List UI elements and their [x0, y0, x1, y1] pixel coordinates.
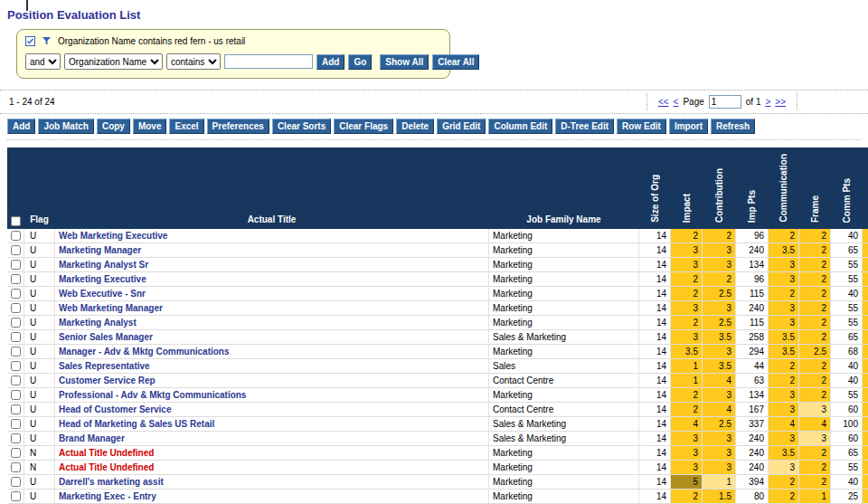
- toolbar-button-move[interactable]: Move: [133, 119, 167, 134]
- row-checkbox[interactable]: [11, 448, 21, 458]
- toolbar-button-delete[interactable]: Delete: [396, 119, 434, 134]
- imp-pts-cell: 134: [736, 258, 769, 272]
- row-checkbox[interactable]: [11, 245, 21, 255]
- toolbar-button-column-edit[interactable]: Column Edit: [488, 119, 552, 134]
- toolbar-button-row-edit[interactable]: Row Edit: [617, 119, 666, 134]
- job-family-cell: Marketing: [489, 229, 639, 243]
- prev-page-link[interactable]: <: [674, 97, 679, 107]
- toolbar-button-clear-sorts[interactable]: Clear Sorts: [272, 119, 331, 134]
- col-header-imp-pts[interactable]: Imp Pts: [736, 148, 769, 229]
- col-header-job-family-name[interactable]: Job Family Name: [489, 148, 639, 229]
- row-checkbox[interactable]: [11, 332, 21, 342]
- toolbar-button-add[interactable]: Add: [7, 119, 35, 134]
- actual-title-cell: Web Marketing Manager: [55, 301, 489, 316]
- row-checkbox[interactable]: [11, 347, 21, 357]
- toolbar-button-import[interactable]: Import: [669, 119, 708, 134]
- toolbar-button-excel[interactable]: Excel: [169, 119, 203, 134]
- table-row: UBrand ManagerSales & Marketing143324033…: [8, 432, 868, 446]
- row-checkbox[interactable]: [11, 433, 21, 443]
- toolbar-button-copy[interactable]: Copy: [97, 119, 130, 134]
- imp-pts-cell: 96: [736, 229, 769, 243]
- row-checkbox-cell: [8, 258, 24, 272]
- size-of-org-cell: 14: [639, 316, 671, 330]
- page-label: Page: [683, 97, 703, 107]
- show-all-button[interactable]: Show All: [380, 54, 429, 70]
- toolbar-button-clear-flags[interactable]: Clear Flags: [334, 119, 393, 134]
- comm-pts-cell: 65: [831, 446, 863, 461]
- size-of-org-cell: 14: [639, 461, 671, 475]
- go-button[interactable]: Go: [348, 54, 372, 70]
- contribution-cell: 2.5: [703, 316, 736, 330]
- flag-cell: U: [24, 258, 55, 272]
- job-family-cell: Marketing: [489, 258, 639, 272]
- communication-cell: 3.5: [769, 345, 799, 359]
- clipped-column-cell: [863, 417, 868, 432]
- next-page-link[interactable]: >: [765, 97, 770, 107]
- contribution-cell: 3: [703, 461, 736, 475]
- imp-pts-cell: 115: [736, 287, 769, 301]
- row-checkbox[interactable]: [11, 303, 21, 313]
- toolbar-button-refresh[interactable]: Refresh: [711, 119, 755, 134]
- row-checkbox[interactable]: [11, 491, 21, 501]
- contribution-cell: 3: [703, 258, 736, 272]
- row-checkbox[interactable]: [11, 462, 21, 472]
- row-checkbox-cell: [8, 446, 24, 461]
- last-page-link[interactable]: >>: [775, 97, 786, 107]
- operator-select[interactable]: contains: [166, 53, 221, 70]
- row-checkbox[interactable]: [11, 289, 21, 299]
- clear-all-button[interactable]: Clear All: [432, 54, 479, 70]
- first-page-link[interactable]: <<: [658, 97, 669, 107]
- actual-title-cell: Marketing Executive: [55, 272, 489, 287]
- clipped-column-cell: [863, 432, 868, 446]
- field-select[interactable]: Organization Name: [64, 53, 163, 70]
- actual-title-cell: Manager - Adv & Mktg Communications: [55, 345, 489, 359]
- col-header-impact[interactable]: Impact: [671, 148, 703, 229]
- impact-cell: 2: [671, 403, 703, 417]
- row-checkbox[interactable]: [11, 404, 21, 414]
- row-checkbox[interactable]: [11, 361, 21, 371]
- checkbox-icon[interactable]: [25, 36, 35, 46]
- filter-value-input[interactable]: [224, 54, 313, 69]
- contribution-cell: 3.5: [703, 359, 736, 374]
- boolean-operator-select[interactable]: and: [25, 53, 61, 70]
- toolbar-button-d-tree-edit[interactable]: D-Tree Edit: [555, 119, 614, 134]
- communication-cell: 3: [769, 432, 799, 446]
- row-checkbox-cell: [8, 461, 24, 475]
- row-checkbox-cell: [8, 316, 24, 330]
- col-header-size-of-org[interactable]: Size of Org: [639, 148, 671, 229]
- toolbar-button-job-match[interactable]: Job Match: [38, 119, 93, 134]
- row-checkbox[interactable]: [11, 390, 21, 400]
- frame-cell: 2: [799, 388, 831, 403]
- select-all-checkbox[interactable]: [11, 216, 21, 226]
- row-checkbox[interactable]: [11, 419, 21, 429]
- actual-title-cell: Marketing Exec - Entry: [55, 490, 489, 504]
- col-header-contribution[interactable]: Contribution: [703, 148, 736, 229]
- size-of-org-cell: 14: [639, 475, 671, 490]
- table-row: UProfessional - Adv & Mktg Communication…: [8, 388, 868, 403]
- col-header-frame[interactable]: Frame: [799, 148, 831, 229]
- job-family-cell: Marketing: [489, 345, 639, 359]
- row-checkbox[interactable]: [11, 260, 21, 270]
- table-row: USenior Sales ManagerSales & Marketing14…: [8, 330, 868, 345]
- row-checkbox[interactable]: [11, 477, 21, 487]
- imp-pts-cell: 240: [736, 243, 769, 258]
- page-number-input[interactable]: [709, 95, 741, 109]
- row-checkbox[interactable]: [11, 231, 21, 241]
- col-header-actual-title[interactable]: Actual Title: [55, 148, 489, 229]
- actual-title-cell: Actual Title Undefined: [55, 461, 489, 475]
- add-filter-button[interactable]: Add: [316, 54, 344, 70]
- flag-cell: N: [24, 446, 55, 461]
- flag-cell: U: [24, 359, 55, 374]
- row-checkbox[interactable]: [11, 376, 21, 385]
- toolbar-button-grid-edit[interactable]: Grid Edit: [437, 119, 486, 134]
- size-of-org-cell: 14: [639, 330, 671, 345]
- contribution-cell: 3: [703, 388, 736, 403]
- funnel-icon[interactable]: [42, 36, 52, 46]
- row-checkbox[interactable]: [11, 318, 21, 328]
- col-header-comm-pts[interactable]: Comm Pts: [831, 148, 863, 229]
- job-family-cell: Marketing: [489, 446, 639, 461]
- col-header-communication[interactable]: Communication: [769, 148, 799, 229]
- toolbar-button-preferences[interactable]: Preferences: [207, 119, 269, 134]
- col-header-flag[interactable]: Flag: [24, 148, 55, 229]
- row-checkbox[interactable]: [11, 274, 21, 284]
